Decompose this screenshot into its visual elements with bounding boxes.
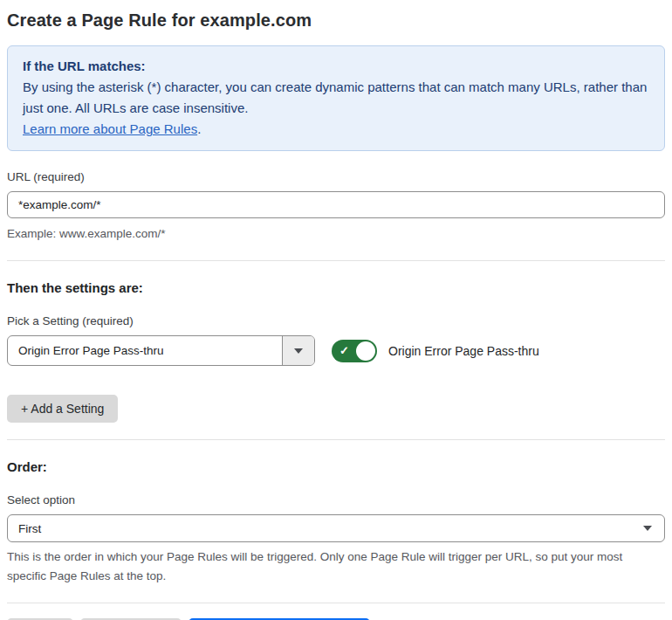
caret-down-icon <box>294 348 303 354</box>
info-box-link-line: Learn more about Page Rules. <box>23 119 649 140</box>
order-select-value: First <box>18 522 41 535</box>
setting-toggle-label: Origin Error Page Pass-thru <box>388 344 539 358</box>
order-select-label: Select option <box>7 493 665 506</box>
page-title: Create a Page Rule for example.com <box>7 10 665 31</box>
info-box-heading: If the URL matches: <box>23 56 649 77</box>
info-box-body: By using the asterisk (*) character, you… <box>23 77 649 119</box>
pick-setting-label: Pick a Setting (required) <box>7 314 665 327</box>
url-label: URL (required) <box>7 170 665 183</box>
url-helper-text: Example: www.example.com/* <box>7 224 665 244</box>
divider <box>7 603 665 603</box>
order-select[interactable]: First <box>7 514 665 542</box>
toggle-knob <box>356 341 375 361</box>
learn-more-link[interactable]: Learn more about Page Rules <box>23 121 197 136</box>
caret-down-icon <box>643 526 652 531</box>
setting-dropdown[interactable]: Origin Error Page Pass-thru <box>7 335 315 366</box>
url-input[interactable] <box>7 191 665 218</box>
divider <box>7 439 665 440</box>
settings-section-heading: Then the settings are: <box>7 280 665 295</box>
order-section-heading: Order: <box>7 459 665 474</box>
setting-toggle[interactable]: ✓ <box>332 340 377 362</box>
add-setting-button[interactable]: + Add a Setting <box>7 395 118 423</box>
setting-dropdown-button[interactable] <box>282 336 314 365</box>
order-helper-text: This is the order in which your Page Rul… <box>7 548 653 586</box>
setting-toggle-group: ✓ Origin Error Page Pass-thru <box>332 340 539 362</box>
link-suffix-period: . <box>197 121 201 136</box>
setting-row: Origin Error Page Pass-thru ✓ Origin Err… <box>7 335 665 366</box>
url-match-info-box: If the URL matches: By using the asteris… <box>7 45 665 151</box>
check-icon: ✓ <box>339 345 349 356</box>
create-page-rule-form: Create a Page Rule for example.com If th… <box>7 10 665 620</box>
setting-dropdown-value: Origin Error Page Pass-thru <box>8 336 282 365</box>
divider <box>7 260 665 261</box>
